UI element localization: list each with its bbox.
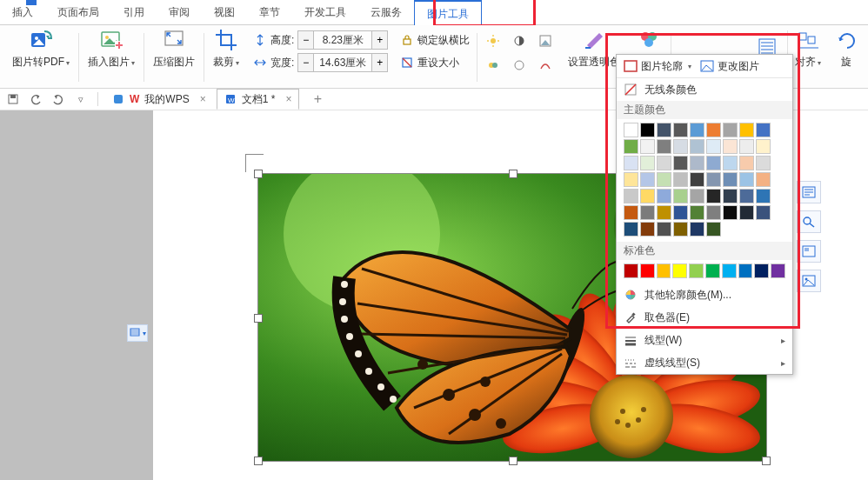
standard-color-swatch[interactable] — [640, 263, 655, 278]
standard-color-swatch[interactable] — [771, 263, 785, 278]
theme-color-swatch[interactable] — [673, 222, 688, 237]
theme-color-swatch[interactable] — [640, 222, 655, 237]
theme-color-swatch[interactable] — [624, 156, 638, 170]
height-increment[interactable]: + — [371, 31, 387, 49]
theme-color-swatch[interactable] — [723, 156, 738, 170]
theme-color-swatch[interactable] — [690, 156, 704, 170]
side-tool-properties-icon[interactable] — [797, 181, 821, 203]
resize-handle-sw[interactable] — [254, 457, 263, 465]
standard-color-swatch[interactable] — [705, 263, 720, 278]
theme-color-swatch[interactable] — [657, 222, 671, 237]
theme-color-swatch[interactable] — [673, 123, 688, 137]
effect3-icon[interactable] — [535, 55, 556, 76]
theme-color-swatch[interactable] — [624, 222, 638, 237]
theme-color-swatch[interactable] — [706, 189, 721, 203]
tab-picture-tools[interactable]: 图片工具 — [414, 0, 482, 26]
theme-color-swatch[interactable] — [673, 156, 688, 170]
qat-more-icon[interactable]: ▿ — [71, 90, 90, 109]
popup-btn-change-picture[interactable]: 更改图片 — [700, 59, 759, 74]
qat-save-icon[interactable] — [3, 90, 23, 109]
theme-color-swatch[interactable] — [756, 172, 771, 187]
theme-color-swatch[interactable] — [657, 205, 671, 220]
effect2-icon[interactable] — [509, 55, 530, 76]
theme-color-swatch[interactable] — [690, 172, 704, 187]
theme-color-swatch[interactable] — [640, 205, 655, 220]
comment-flag-icon[interactable]: ▾ — [127, 324, 148, 342]
theme-color-swatch[interactable] — [624, 123, 638, 137]
standard-color-swatch[interactable] — [722, 263, 737, 278]
theme-color-swatch[interactable] — [723, 205, 738, 220]
theme-color-swatch[interactable] — [739, 123, 754, 137]
standard-color-swatch[interactable] — [689, 263, 704, 278]
resize-handle-n[interactable] — [509, 170, 517, 178]
theme-color-swatch[interactable] — [640, 139, 655, 154]
doc-tab-doc1-close[interactable]: × — [280, 93, 291, 105]
theme-color-swatch[interactable] — [756, 156, 771, 170]
btn-compress-picture[interactable]: 压缩图片 — [146, 27, 202, 83]
new-doc-tab-icon[interactable]: + — [308, 90, 327, 109]
tab-view[interactable]: 视图 — [202, 0, 247, 24]
resize-handle-s[interactable] — [509, 457, 517, 465]
theme-color-swatch[interactable] — [624, 139, 638, 154]
height-value[interactable]: 8.23厘米 — [314, 31, 371, 49]
tab-layout[interactable]: 页面布局 — [45, 0, 111, 24]
theme-color-swatch[interactable] — [756, 205, 771, 220]
width-decrement[interactable]: − — [298, 54, 314, 71]
doc-tab-mywps-close[interactable]: × — [195, 93, 206, 105]
btn-image-to-pdf[interactable]: 图片转PDF▾ — [5, 27, 77, 83]
tab-developer[interactable]: 开发工具 — [292, 0, 358, 24]
theme-color-swatch[interactable] — [640, 156, 655, 170]
standard-color-swatch[interactable] — [738, 263, 753, 278]
standard-color-swatch[interactable] — [624, 263, 638, 278]
tab-chapter[interactable]: 章节 — [247, 0, 292, 24]
btn-rotate[interactable]: 旋 — [828, 27, 865, 83]
brightness-icon[interactable] — [483, 30, 504, 51]
theme-color-swatch[interactable] — [673, 189, 688, 203]
theme-color-swatch[interactable] — [723, 189, 738, 203]
height-decrement[interactable]: − — [298, 31, 314, 49]
resize-handle-nw[interactable] — [254, 170, 263, 178]
theme-color-swatch[interactable] — [690, 123, 704, 137]
theme-color-swatch[interactable] — [706, 123, 721, 137]
tab-review[interactable]: 审阅 — [157, 0, 202, 24]
theme-color-swatch[interactable] — [657, 139, 671, 154]
menu-eyedropper[interactable]: 取色器(E) — [617, 306, 792, 329]
theme-color-swatch[interactable] — [624, 189, 638, 203]
theme-color-swatch[interactable] — [690, 222, 704, 237]
menu-no-line-color[interactable]: 无线条颜色 — [617, 78, 792, 101]
tab-insert[interactable]: 插入 — [0, 0, 45, 24]
effect1-icon[interactable] — [483, 55, 504, 76]
height-spinner[interactable]: − 8.23厘米 + — [297, 30, 388, 50]
menu-more-colors[interactable]: 其他轮廓颜色(M)... — [617, 283, 792, 306]
theme-color-swatch[interactable] — [706, 139, 721, 154]
theme-color-swatch[interactable] — [739, 139, 754, 154]
qat-undo-icon[interactable] — [26, 90, 45, 109]
standard-color-swatch[interactable] — [672, 263, 687, 278]
theme-color-swatch[interactable] — [657, 189, 671, 203]
theme-color-swatch[interactable] — [756, 123, 771, 137]
theme-color-swatch[interactable] — [756, 189, 771, 203]
contrast-icon[interactable] — [509, 30, 530, 51]
btn-reset-size[interactable]: 重设大小 — [400, 53, 470, 72]
menu-line-type[interactable]: 线型(W) ▸ — [617, 329, 792, 351]
menu-dash-type[interactable]: 虚线线型(S) ▸ — [617, 351, 792, 374]
theme-color-swatch[interactable] — [739, 189, 754, 203]
theme-color-swatch[interactable] — [756, 139, 771, 154]
btn-lock-ratio[interactable]: 锁定纵横比 — [400, 30, 470, 50]
theme-color-swatch[interactable] — [706, 222, 721, 237]
tab-cloud[interactable]: 云服务 — [358, 0, 414, 24]
theme-color-swatch[interactable] — [624, 172, 638, 187]
width-value[interactable]: 14.63厘米 — [314, 54, 371, 71]
doc-tab-mywps[interactable]: W 我的WPS × — [105, 90, 213, 109]
side-tool-image-icon[interactable] — [797, 270, 821, 292]
theme-color-swatch[interactable] — [673, 172, 688, 187]
theme-color-swatch[interactable] — [690, 139, 704, 154]
tab-references[interactable]: 引用 — [111, 0, 157, 24]
theme-color-swatch[interactable] — [657, 172, 671, 187]
theme-color-swatch[interactable] — [673, 139, 688, 154]
width-spinner[interactable]: − 14.63厘米 + — [297, 53, 388, 72]
theme-color-swatch[interactable] — [723, 172, 738, 187]
theme-color-swatch[interactable] — [706, 172, 721, 187]
theme-color-swatch[interactable] — [739, 205, 754, 220]
standard-color-swatch[interactable] — [754, 263, 769, 278]
